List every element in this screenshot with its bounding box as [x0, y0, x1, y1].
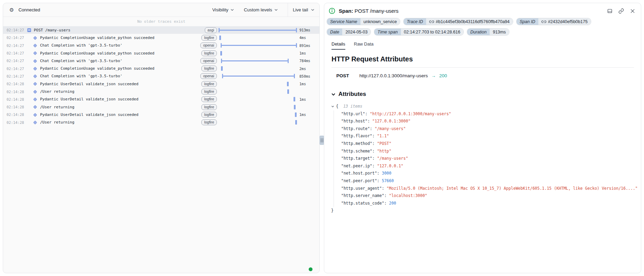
trace-tag-badge: logfire: [201, 66, 217, 71]
trace-timeline: [219, 26, 297, 34]
trace-row-label: Pydantic CompletionUsage validate_python…: [40, 66, 201, 71]
trace-row-icon: [33, 82, 38, 85]
meta-badge-label: Date: [327, 29, 342, 35]
meta-badge-value-text: 02:14:27.703 to 02:14:28.616: [404, 30, 460, 34]
meta-badge-value: 2024-05-03: [342, 29, 371, 35]
span-duration-tick: [295, 120, 297, 125]
json-value: "POST": [377, 141, 392, 146]
trace-row-icon: [33, 90, 38, 93]
span-duration-tick: [287, 82, 289, 86]
json-value: "http://127.0.0.1:3000/many-users": [370, 111, 451, 116]
trace-timestamp: 02:14:27: [7, 28, 27, 32]
json-key: "http.status_code": [341, 201, 384, 206]
trace-tag-badge: openai: [200, 58, 217, 64]
meta-badge-value-text: #b1c445ef3b0b43116df5760ffb470a94: [436, 19, 510, 24]
copy-link-icon[interactable]: [618, 8, 624, 14]
trace-row-label: Chat Completion with 'gpt-3.5-turbo': [40, 74, 200, 78]
trace-row[interactable]: 02:14:27 Chat Completion with 'gpt-3.5-t…: [3, 42, 319, 49]
json-key: "http.server_name": [341, 193, 384, 198]
trace-duration: 4ms: [299, 36, 312, 40]
span-name-text: POST /many-users: [355, 8, 398, 14]
trace-duration: 891ms: [299, 43, 312, 48]
trace-row-icon: [33, 37, 38, 39]
trace-row-icon: [27, 28, 31, 32]
span-duration-bar: [221, 60, 288, 61]
trace-timestamp: 02:14:28: [7, 105, 27, 109]
meta-badge-label: Trace ID: [404, 18, 426, 25]
meta-badge: Time span 02:14:27.703 to 02:14:28.616: [374, 28, 464, 36]
trace-row[interactable]: 02:14:28 Pydantic UserDetail validate_js…: [3, 96, 319, 103]
span-header-actions: [607, 8, 635, 14]
meta-badge: Date 2024-05-03: [327, 28, 371, 36]
json-entry: "http.url": "http://127.0.0.1:3000/many-…: [341, 110, 641, 118]
trace-row[interactable]: 02:14:28 /User returning logfire: [3, 103, 319, 111]
meta-badge-value: #b1c445ef3b0b43116df5760ffb470a94: [426, 18, 513, 25]
trace-row[interactable]: 02:14:28 /User returning logfire: [3, 119, 319, 126]
chevron-down-icon: [311, 8, 315, 12]
trace-row[interactable]: 02:14:27 POST /many-users asgi 913ms: [3, 26, 319, 34]
arrow-right-icon: →: [431, 73, 436, 78]
json-entry: "http.target": "/many-users": [341, 155, 641, 162]
span-meta-badges: Service Name unknown_service Trace ID #b…: [327, 18, 636, 36]
chevron-down-icon: [230, 8, 234, 12]
json-entry: "net.host.port": 3000: [341, 170, 641, 177]
link-icon[interactable]: [429, 19, 434, 24]
trace-timeline: [219, 96, 297, 103]
trace-tag-badge: openai: [200, 42, 217, 48]
trace-tag-badge: asgi: [205, 27, 217, 33]
trace-duration: 784ms: [299, 59, 312, 63]
panel-resize-handle[interactable]: [319, 136, 324, 145]
trace-timeline: [219, 34, 297, 41]
json-key: "http.target": [341, 156, 372, 161]
no-older-traces-notice: No older traces exist: [3, 17, 319, 26]
span-diamond-icon: [33, 51, 37, 55]
trace-row[interactable]: 02:14:27 Pydantic CompletionUsage valida…: [3, 65, 319, 72]
info-icon: [329, 8, 335, 14]
http-status-code: 200: [439, 73, 447, 78]
visibility-dropdown-label: Visibility: [212, 7, 229, 12]
trace-row-label: Pydantic CompletionUsage validate_python…: [40, 51, 201, 56]
trace-timestamp: 02:14:28: [7, 120, 27, 125]
trace-duration: 1ms: [299, 82, 312, 86]
trace-row-label: Pydantic UserDetail validate_json succee…: [40, 97, 201, 101]
trace-row-icon: [33, 44, 38, 47]
detail-tabs: DetailsRaw Data: [331, 41, 641, 50]
trace-row[interactable]: 02:14:27 Chat Completion with 'gpt-3.5-t…: [3, 57, 319, 65]
trace-row[interactable]: 02:14:27 Chat Completion with 'gpt-3.5-t…: [3, 72, 319, 80]
trace-row[interactable]: 02:14:27 Pydantic CompletionUsage valida…: [3, 49, 319, 57]
trace-timestamp: 02:14:27: [7, 51, 27, 55]
json-key: "http.method": [341, 141, 372, 146]
custom-levels-dropdown[interactable]: Custom levels: [244, 7, 278, 12]
trace-timestamp: 02:14:27: [7, 43, 27, 48]
trace-row[interactable]: 02:14:28 /User returning logfire: [3, 88, 319, 95]
chevron-down-icon: [331, 92, 336, 97]
trace-row[interactable]: 02:14:27 Pydantic CompletionUsage valida…: [3, 34, 319, 41]
dock-panel-icon[interactable]: [607, 8, 613, 14]
visibility-dropdown[interactable]: Visibility: [212, 7, 234, 12]
attributes-json-viewer: { 13 items "http.url": "http://127.0.0.1…: [331, 103, 641, 215]
json-entry: "net.peer.port": 57660: [341, 177, 641, 185]
settings-gear-icon[interactable]: ⚙: [9, 7, 14, 12]
span-duration-tick: [220, 51, 222, 56]
json-value: "127.0.0.1": [377, 164, 403, 168]
trace-row-icon: [33, 67, 38, 70]
link-icon[interactable]: [541, 19, 546, 24]
json-root-toggle[interactable]: { 13 items: [331, 103, 641, 110]
json-key: "net.peer.ip": [341, 164, 372, 168]
span-duration-tick: [221, 66, 223, 71]
span-duration-bar: [219, 30, 297, 31]
tab-details[interactable]: Details: [331, 41, 345, 50]
collapse-span-icon[interactable]: [27, 28, 31, 32]
trace-row[interactable]: 02:14:28 Pydantic UserDetail validate_js…: [3, 111, 319, 118]
tab-raw-data[interactable]: Raw Data: [354, 41, 374, 50]
trace-duration: 2ms: [299, 67, 312, 71]
trace-row[interactable]: 02:14:28 Pydantic UserDetail validate_js…: [3, 80, 319, 88]
trace-duration: 1ms: [299, 112, 312, 117]
close-icon[interactable]: [630, 8, 635, 14]
json-key: "http.user_agent": [341, 186, 382, 191]
trace-row-icon: [33, 52, 38, 55]
meta-badge: Duration 913ms: [467, 28, 509, 36]
live-tail-dropdown[interactable]: Live tail: [288, 3, 319, 17]
json-value: "localhost:3000": [389, 193, 427, 198]
attributes-section-toggle[interactable]: Attributes: [331, 91, 641, 98]
